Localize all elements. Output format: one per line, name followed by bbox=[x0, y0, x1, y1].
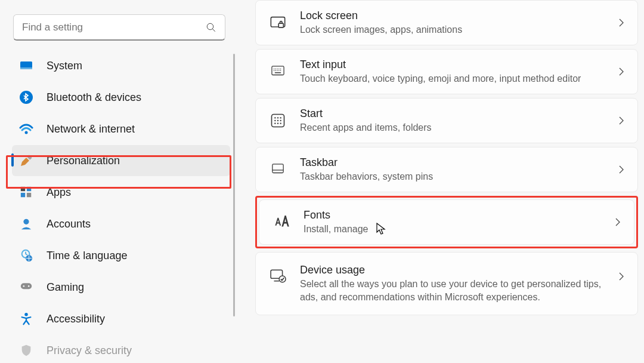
card-title: Device usage bbox=[300, 263, 618, 277]
main-content: Lock screen Lock screen images, apps, an… bbox=[239, 0, 644, 363]
card-desc: Install, manage bbox=[304, 223, 615, 236]
chevron-right-icon bbox=[618, 165, 624, 174]
sidebar-item-network[interactable]: Network & internet bbox=[12, 113, 230, 144]
svg-rect-7 bbox=[21, 187, 25, 191]
svg-point-0 bbox=[207, 23, 213, 30]
svg-rect-10 bbox=[27, 193, 31, 197]
svg-point-5 bbox=[25, 131, 28, 134]
svg-point-17 bbox=[24, 313, 28, 316]
card-desc: Recent apps and items, folders bbox=[300, 121, 618, 134]
card-title: Taskbar bbox=[300, 156, 618, 170]
svg-rect-14 bbox=[21, 283, 32, 289]
sidebar-item-label: Bluetooth & devices bbox=[47, 91, 141, 104]
svg-rect-9 bbox=[21, 193, 25, 197]
svg-point-40 bbox=[277, 122, 278, 124]
sidebar-item-label: Time & language bbox=[47, 250, 127, 262]
card-text-input[interactable]: Text input Touch keyboard, voice typing,… bbox=[255, 49, 638, 94]
card-start[interactable]: Start Recent apps and items, folders bbox=[255, 98, 638, 143]
taskbar-icon bbox=[269, 161, 287, 179]
card-device-usage[interactable]: Device usage Select all the ways you pla… bbox=[255, 252, 638, 315]
sidebar-item-label: Privacy & security bbox=[47, 344, 132, 357]
svg-rect-42 bbox=[273, 164, 283, 173]
sidebar-item-time-language[interactable]: Time & language bbox=[12, 240, 230, 271]
svg-point-16 bbox=[28, 285, 29, 287]
chevron-right-icon bbox=[618, 272, 624, 281]
sidebar-item-label: Gaming bbox=[47, 281, 84, 294]
svg-point-11 bbox=[23, 219, 29, 224]
lock-screen-icon bbox=[269, 14, 287, 32]
card-lock-screen[interactable]: Lock screen Lock screen images, apps, an… bbox=[255, 0, 638, 45]
svg-point-36 bbox=[274, 120, 275, 121]
card-fonts[interactable]: Fonts Install, manage bbox=[259, 199, 634, 245]
card-title: Start bbox=[300, 107, 618, 121]
svg-point-35 bbox=[280, 117, 281, 118]
svg-point-39 bbox=[274, 122, 275, 124]
card-title: Text input bbox=[300, 58, 618, 72]
svg-rect-19 bbox=[278, 23, 283, 27]
search-box[interactable] bbox=[13, 14, 225, 41]
highlight-fonts: Fonts Install, manage bbox=[255, 196, 638, 248]
fonts-icon bbox=[273, 213, 290, 231]
sidebar-item-label: Network & internet bbox=[47, 123, 135, 136]
svg-rect-3 bbox=[20, 67, 32, 69]
card-desc: Select all the ways you plan to use your… bbox=[300, 278, 618, 303]
chevron-right-icon bbox=[618, 116, 624, 125]
network-icon bbox=[19, 122, 33, 136]
sidebar-item-label: Apps bbox=[47, 186, 71, 199]
sidebar-item-system[interactable]: System bbox=[12, 50, 230, 81]
device-usage-icon bbox=[269, 267, 287, 285]
svg-point-37 bbox=[277, 120, 278, 121]
text-input-icon bbox=[269, 63, 287, 81]
sidebar-item-label: Accounts bbox=[47, 218, 91, 230]
sidebar-item-gaming[interactable]: Gaming bbox=[12, 272, 230, 303]
svg-line-1 bbox=[212, 29, 215, 32]
accounts-icon bbox=[19, 217, 33, 231]
card-desc: Taskbar behaviors, system pins bbox=[300, 170, 618, 183]
svg-point-34 bbox=[277, 117, 278, 118]
scroll-indicator[interactable] bbox=[233, 54, 235, 316]
chevron-right-icon bbox=[618, 18, 624, 27]
sidebar-item-label: Personalization bbox=[47, 155, 120, 167]
sidebar-item-personalization[interactable]: Personalization bbox=[12, 145, 230, 176]
personalization-icon bbox=[19, 153, 33, 168]
sidebar: System Bluetooth & devices Network & int… bbox=[0, 0, 239, 363]
svg-point-33 bbox=[274, 117, 275, 118]
chevron-right-icon bbox=[615, 217, 621, 227]
svg-rect-6 bbox=[27, 155, 32, 159]
time-language-icon bbox=[19, 248, 33, 263]
sidebar-item-accessibility[interactable]: Accessibility bbox=[12, 303, 230, 334]
sidebar-item-bluetooth[interactable]: Bluetooth & devices bbox=[12, 82, 230, 113]
nav-list: System Bluetooth & devices Network & int… bbox=[8, 50, 230, 363]
privacy-security-icon bbox=[19, 343, 33, 358]
sidebar-item-apps[interactable]: Apps bbox=[12, 177, 230, 208]
card-desc: Touch keyboard, voice typing, emoji and … bbox=[300, 72, 618, 85]
apps-icon bbox=[19, 185, 33, 199]
sidebar-item-label: System bbox=[47, 60, 82, 72]
svg-point-15 bbox=[23, 285, 25, 287]
bluetooth-icon bbox=[19, 90, 33, 104]
system-icon bbox=[19, 59, 33, 73]
sidebar-item-accounts[interactable]: Accounts bbox=[12, 208, 230, 239]
svg-point-38 bbox=[280, 120, 281, 121]
accessibility-icon bbox=[19, 312, 33, 326]
card-title: Lock screen bbox=[300, 9, 618, 23]
sidebar-item-privacy-security[interactable]: Privacy & security bbox=[12, 335, 230, 363]
card-taskbar[interactable]: Taskbar Taskbar behaviors, system pins bbox=[255, 147, 638, 192]
card-desc: Lock screen images, apps, animations bbox=[300, 23, 618, 36]
svg-rect-8 bbox=[27, 187, 31, 191]
gaming-icon bbox=[19, 280, 33, 294]
svg-point-41 bbox=[280, 122, 281, 124]
search-input[interactable] bbox=[22, 21, 206, 33]
card-title: Fonts bbox=[304, 208, 615, 222]
start-icon bbox=[269, 112, 287, 130]
sidebar-item-label: Accessibility bbox=[47, 313, 105, 325]
chevron-right-icon bbox=[618, 67, 624, 76]
search-icon bbox=[206, 22, 216, 33]
